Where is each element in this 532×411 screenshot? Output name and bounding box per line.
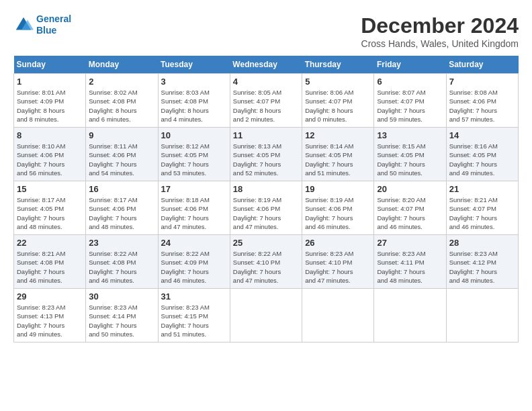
calendar-cell: 15Sunrise: 8:17 AM Sunset: 4:05 PM Dayli… [14,181,86,235]
day-number: 18 [233,184,299,194]
calendar-cell [302,289,374,342]
calendar-cell [230,289,302,342]
day-number: 17 [161,184,227,194]
day-info: Sunrise: 8:03 AM Sunset: 4:08 PM Dayligh… [161,88,227,124]
day-number: 23 [89,238,154,248]
week-row-1: 1Sunrise: 8:01 AM Sunset: 4:09 PM Daylig… [14,74,519,128]
column-header-saturday: Saturday [446,56,518,74]
column-header-friday: Friday [374,56,446,74]
calendar-cell: 7Sunrise: 8:08 AM Sunset: 4:06 PM Daylig… [446,74,518,128]
day-info: Sunrise: 8:19 AM Sunset: 4:06 PM Dayligh… [305,195,371,231]
month-title: December 2024 [361,13,519,38]
day-info: Sunrise: 8:01 AM Sunset: 4:09 PM Dayligh… [17,88,83,124]
day-number: 9 [89,130,154,140]
calendar-cell: 29Sunrise: 8:23 AM Sunset: 4:13 PM Dayli… [14,289,86,342]
day-info: Sunrise: 8:23 AM Sunset: 4:12 PM Dayligh… [449,249,515,285]
day-info: Sunrise: 8:17 AM Sunset: 4:05 PM Dayligh… [17,195,83,231]
day-info: Sunrise: 8:23 AM Sunset: 4:11 PM Dayligh… [377,249,443,285]
calendar-cell: 27Sunrise: 8:23 AM Sunset: 4:11 PM Dayli… [374,235,446,289]
day-number: 31 [161,291,227,302]
calendar-cell: 6Sunrise: 8:07 AM Sunset: 4:07 PM Daylig… [374,74,446,128]
day-info: Sunrise: 8:18 AM Sunset: 4:06 PM Dayligh… [161,195,227,231]
day-headers-row: SundayMondayTuesdayWednesdayThursdayFrid… [14,56,519,74]
calendar-cell: 4Sunrise: 8:05 AM Sunset: 4:07 PM Daylig… [230,74,302,128]
calendar-cell: 8Sunrise: 8:10 AM Sunset: 4:06 PM Daylig… [14,128,86,181]
day-number: 26 [305,238,371,248]
logo-line2: Blue [36,25,56,36]
day-info: Sunrise: 8:21 AM Sunset: 4:07 PM Dayligh… [449,195,515,231]
calendar-cell: 12Sunrise: 8:14 AM Sunset: 4:05 PM Dayli… [302,128,374,181]
calendar-cell: 28Sunrise: 8:23 AM Sunset: 4:12 PM Dayli… [446,235,518,289]
week-row-3: 15Sunrise: 8:17 AM Sunset: 4:05 PM Dayli… [14,181,519,235]
calendar-cell: 1Sunrise: 8:01 AM Sunset: 4:09 PM Daylig… [14,74,86,128]
calendar-cell: 9Sunrise: 8:11 AM Sunset: 4:06 PM Daylig… [86,128,158,181]
day-number: 13 [377,130,443,140]
day-number: 22 [17,238,83,248]
day-info: Sunrise: 8:23 AM Sunset: 4:14 PM Dayligh… [89,303,154,338]
calendar-cell [374,289,446,342]
day-info: Sunrise: 8:07 AM Sunset: 4:07 PM Dayligh… [377,88,443,124]
logo-text: General Blue [36,13,71,36]
calendar-cell: 31Sunrise: 8:23 AM Sunset: 4:15 PM Dayli… [158,289,230,342]
calendar-table: SundayMondayTuesdayWednesdayThursdayFrid… [13,56,519,342]
logo-line1: General [36,13,71,24]
day-info: Sunrise: 8:16 AM Sunset: 4:05 PM Dayligh… [449,142,515,177]
calendar-cell: 19Sunrise: 8:19 AM Sunset: 4:06 PM Dayli… [302,181,374,235]
day-info: Sunrise: 8:14 AM Sunset: 4:05 PM Dayligh… [305,142,371,177]
day-number: 5 [305,77,371,87]
column-header-tuesday: Tuesday [158,56,230,74]
column-header-sunday: Sunday [14,56,86,74]
day-info: Sunrise: 8:19 AM Sunset: 4:06 PM Dayligh… [233,195,299,231]
logo-icon [13,15,34,35]
calendar-cell: 5Sunrise: 8:06 AM Sunset: 4:07 PM Daylig… [302,74,374,128]
calendar-cell: 23Sunrise: 8:22 AM Sunset: 4:08 PM Dayli… [86,235,158,289]
column-header-monday: Monday [86,56,158,74]
day-info: Sunrise: 8:20 AM Sunset: 4:07 PM Dayligh… [377,195,443,231]
day-number: 16 [89,184,154,194]
day-number: 15 [17,184,83,194]
day-number: 6 [377,77,443,87]
day-number: 27 [377,238,443,248]
day-info: Sunrise: 8:23 AM Sunset: 4:13 PM Dayligh… [17,303,83,338]
column-header-thursday: Thursday [302,56,374,74]
day-number: 25 [233,238,299,248]
calendar-cell: 30Sunrise: 8:23 AM Sunset: 4:14 PM Dayli… [86,289,158,342]
week-row-5: 29Sunrise: 8:23 AM Sunset: 4:13 PM Dayli… [14,289,519,342]
day-info: Sunrise: 8:21 AM Sunset: 4:08 PM Dayligh… [17,249,83,285]
calendar-cell: 11Sunrise: 8:13 AM Sunset: 4:05 PM Dayli… [230,128,302,181]
calendar-cell: 21Sunrise: 8:21 AM Sunset: 4:07 PM Dayli… [446,181,518,235]
calendar-cell: 10Sunrise: 8:12 AM Sunset: 4:05 PM Dayli… [158,128,230,181]
day-number: 30 [89,291,154,302]
day-number: 19 [305,184,371,194]
day-info: Sunrise: 8:22 AM Sunset: 4:09 PM Dayligh… [161,249,227,285]
calendar-cell: 24Sunrise: 8:22 AM Sunset: 4:09 PM Dayli… [158,235,230,289]
calendar-cell: 2Sunrise: 8:02 AM Sunset: 4:08 PM Daylig… [86,74,158,128]
day-info: Sunrise: 8:05 AM Sunset: 4:07 PM Dayligh… [233,88,299,124]
day-number: 29 [17,291,83,302]
calendar-cell: 26Sunrise: 8:23 AM Sunset: 4:10 PM Dayli… [302,235,374,289]
day-number: 12 [305,130,371,140]
day-number: 11 [233,130,299,140]
day-info: Sunrise: 8:22 AM Sunset: 4:08 PM Dayligh… [89,249,154,285]
day-number: 28 [449,238,515,248]
calendar-cell [446,289,518,342]
day-number: 20 [377,184,443,194]
calendar-cell: 18Sunrise: 8:19 AM Sunset: 4:06 PM Dayli… [230,181,302,235]
week-row-2: 8Sunrise: 8:10 AM Sunset: 4:06 PM Daylig… [14,128,519,181]
day-number: 4 [233,77,299,87]
location: Cross Hands, Wales, United Kingdom [361,38,519,49]
day-info: Sunrise: 8:06 AM Sunset: 4:07 PM Dayligh… [305,88,371,124]
day-info: Sunrise: 8:23 AM Sunset: 4:15 PM Dayligh… [161,303,227,338]
day-number: 2 [89,77,154,87]
day-info: Sunrise: 8:22 AM Sunset: 4:10 PM Dayligh… [233,249,299,285]
day-info: Sunrise: 8:23 AM Sunset: 4:10 PM Dayligh… [305,249,371,285]
day-number: 8 [17,130,83,140]
week-row-4: 22Sunrise: 8:21 AM Sunset: 4:08 PM Dayli… [14,235,519,289]
day-number: 21 [449,184,515,194]
day-info: Sunrise: 8:17 AM Sunset: 4:06 PM Dayligh… [89,195,154,231]
day-info: Sunrise: 8:12 AM Sunset: 4:05 PM Dayligh… [161,142,227,177]
day-number: 1 [17,77,83,87]
page-header: General Blue December 2024 Cross Hands, … [13,13,519,49]
logo: General Blue [13,13,71,36]
day-number: 10 [161,130,227,140]
